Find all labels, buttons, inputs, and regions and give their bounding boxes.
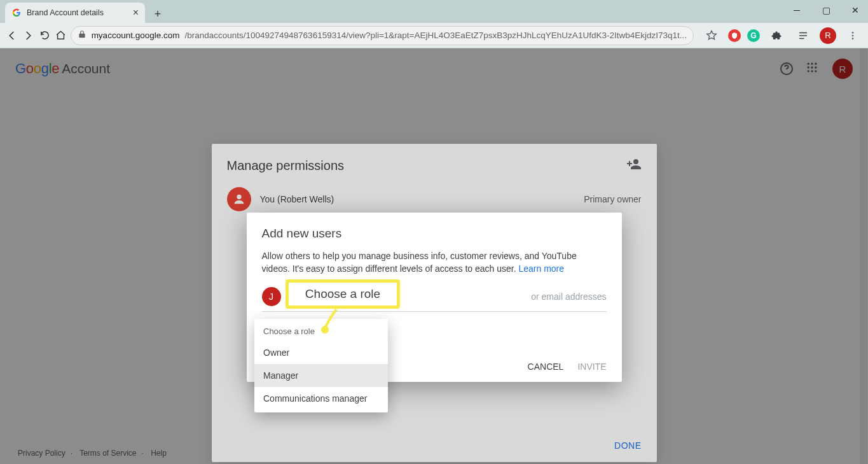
window-close-icon[interactable]: ✕ [846, 3, 864, 18]
role-option-manager[interactable]: Manager [254, 364, 388, 387]
menu-header: Choose a role [254, 321, 388, 341]
favicon-google-icon [11, 8, 22, 18]
cancel-button[interactable]: CANCEL [528, 362, 564, 372]
svg-point-14 [237, 195, 241, 199]
address-bar[interactable]: myaccount.google.com/brandaccounts/10049… [71, 26, 694, 45]
extension-icons: G R [696, 25, 863, 46]
learn-more-link[interactable]: Learn more [518, 264, 564, 274]
window-minimize-icon[interactable]: ─ [788, 3, 806, 18]
lock-icon [78, 30, 86, 41]
extension-ublock-icon[interactable] [728, 29, 741, 42]
annotation-highlight: Choose a role [286, 279, 400, 309]
done-button[interactable]: DONE [614, 440, 641, 451]
page-viewport: Google Account R Privacy Policy· Terms o… [0, 48, 868, 464]
browser-chrome: Brand Account details × + ─ ▢ ✕ myaccoun… [0, 0, 868, 48]
chrome-menu-icon[interactable] [843, 25, 863, 46]
role-option-communications-manager[interactable]: Communications manager [254, 387, 388, 410]
role-dropdown-menu: Choose a role OwnerManagerCommunications… [254, 319, 388, 412]
home-button[interactable] [54, 25, 68, 46]
role-option-owner[interactable]: Owner [254, 341, 388, 364]
add-people-icon[interactable] [626, 157, 642, 174]
invite-button[interactable]: INVITE [577, 362, 606, 372]
profile-avatar-icon[interactable]: R [820, 27, 836, 44]
dialog-body: Allow others to help you manage business… [262, 250, 607, 276]
svg-point-1 [852, 32, 854, 34]
permission-user-role: Primary owner [584, 194, 641, 204]
panel-title: Manage permissions [227, 158, 345, 173]
user-avatar-icon [227, 187, 251, 211]
browser-toolbar: myaccount.google.com/brandaccounts/10049… [0, 23, 868, 48]
dialog-title: Add new users [262, 227, 607, 241]
reload-button[interactable] [38, 25, 52, 46]
window-maximize-icon[interactable]: ▢ [817, 3, 835, 18]
bookmark-star-icon[interactable] [701, 25, 722, 46]
browser-tab[interactable]: Brand Account details × [5, 3, 145, 23]
tab-title: Brand Account details [27, 8, 104, 17]
entry-placeholder: or email addresses [531, 292, 606, 302]
permission-user-name: You (Robert Wells) [260, 194, 575, 204]
forward-button[interactable] [22, 25, 36, 46]
tab-close-icon[interactable]: × [133, 7, 139, 18]
svg-point-2 [852, 34, 854, 36]
back-button[interactable] [5, 25, 19, 46]
new-tab-button[interactable]: + [149, 5, 167, 23]
url-path: /brandaccounts/100492749487636159314/vie… [184, 31, 687, 40]
reading-list-icon[interactable] [793, 25, 813, 46]
url-host: myaccount.google.com [92, 31, 180, 40]
extensions-puzzle-icon[interactable] [766, 25, 787, 46]
window-controls: ─ ▢ ✕ [788, 3, 864, 18]
tab-strip: Brand Account details × + ─ ▢ ✕ [0, 0, 868, 23]
extension-grammarly-icon[interactable]: G [747, 29, 760, 42]
svg-point-3 [852, 38, 854, 39]
chip-avatar-icon: J [262, 287, 281, 306]
